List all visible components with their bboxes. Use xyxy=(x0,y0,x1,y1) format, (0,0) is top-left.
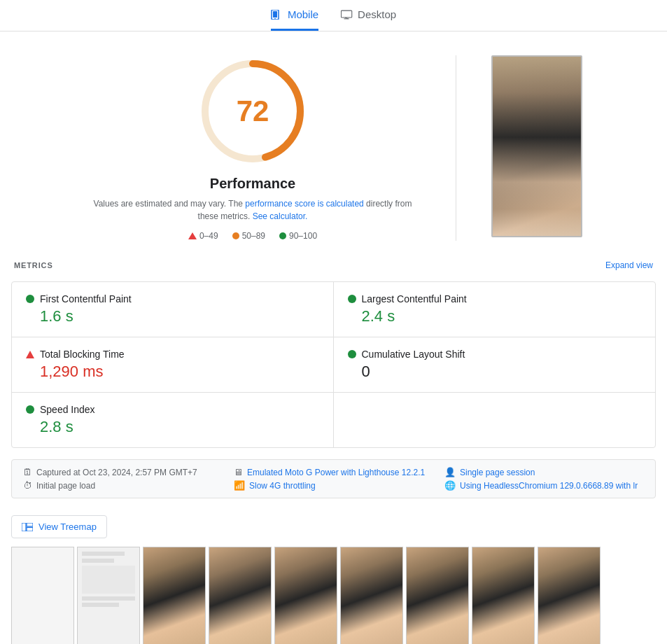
browser-link[interactable]: Using HeadlessChromium 129.0.6668.89 wit… xyxy=(460,481,638,491)
metric-empty xyxy=(334,393,656,447)
filmstrip-frame-1 xyxy=(77,547,140,644)
svg-rect-10 xyxy=(27,527,33,531)
tab-mobile-label: Mobile xyxy=(288,8,318,20)
legend-average-label: 50–89 xyxy=(242,231,265,241)
page-load-text: Initial page load xyxy=(36,481,95,491)
metrics-grid: First Contentful Paint 1.6 s Largest Con… xyxy=(11,281,656,448)
score-legend: 0–49 50–89 90–100 xyxy=(188,231,317,241)
score-circle: 72 xyxy=(197,55,309,167)
metric-tbt: Total Blocking Time 1,290 ms xyxy=(12,337,334,393)
expand-view-link[interactable]: Expand view xyxy=(605,260,653,270)
metric-fcp-header: First Contentful Paint xyxy=(26,293,319,304)
metric-si-header: Speed Index xyxy=(26,404,319,415)
device-link[interactable]: Emulated Moto G Power with Lighthouse 12… xyxy=(247,468,425,477)
metric-si: Speed Index 2.8 s xyxy=(12,393,334,447)
session-link[interactable]: Single page session xyxy=(460,468,535,477)
score-left: 72 Performance Values are estimated and … xyxy=(85,55,421,241)
mobile-icon xyxy=(271,10,283,20)
treemap-label: View Treemap xyxy=(38,522,97,532)
metric-cls: Cumulative Layout Shift 0 xyxy=(334,337,656,393)
legend-poor: 0–49 xyxy=(188,231,218,241)
calendar-icon: 🗓 xyxy=(23,467,32,477)
metric-lcp: Largest Contentful Paint 2.4 s xyxy=(334,282,656,337)
session-icon: 👤 xyxy=(444,467,456,477)
lcp-indicator xyxy=(348,295,356,303)
svg-rect-3 xyxy=(342,10,352,18)
info-browser: 🌐 Using HeadlessChromium 129.0.6668.89 w… xyxy=(444,480,644,491)
filmstrip-frame-0 xyxy=(11,547,74,644)
si-value: 2.8 s xyxy=(26,418,319,436)
score-description: Values are estimated and may vary. The p… xyxy=(85,197,421,223)
score-value: 72 xyxy=(237,94,269,128)
filmstrip-frame-7 xyxy=(472,547,535,644)
info-throttling: 📶 Slow 4G throttling xyxy=(234,480,433,491)
metric-tbt-header: Total Blocking Time xyxy=(26,349,319,360)
si-name: Speed Index xyxy=(40,404,95,415)
tab-desktop[interactable]: Desktop xyxy=(341,8,396,31)
legend-poor-label: 0–49 xyxy=(199,231,218,241)
view-treemap-button[interactable]: View Treemap xyxy=(11,515,107,538)
calculator-link[interactable]: See calculator. xyxy=(253,211,308,221)
legend-good: 90–100 xyxy=(279,231,317,241)
tabs-bar: Mobile Desktop xyxy=(0,0,667,31)
tbt-indicator xyxy=(26,351,34,358)
browser-icon: 🌐 xyxy=(444,480,456,491)
score-desc-text: Values are estimated and may vary. The xyxy=(94,199,243,209)
screenshot-preview xyxy=(491,55,582,237)
desktop-icon xyxy=(341,10,353,20)
filmstrip-frame-2 xyxy=(143,547,206,644)
info-session: 👤 Single page session xyxy=(444,467,644,477)
tbt-value: 1,290 ms xyxy=(26,363,319,381)
filmstrip-frame-4 xyxy=(274,547,337,644)
legend-poor-icon xyxy=(188,232,197,239)
metric-lcp-header: Largest Contentful Paint xyxy=(348,293,642,304)
legend-good-label: 90–100 xyxy=(289,231,317,241)
screenshot-image xyxy=(491,55,582,237)
info-device: 🖥 Emulated Moto G Power with Lighthouse … xyxy=(234,467,433,477)
legend-average: 50–89 xyxy=(232,231,265,241)
si-indicator xyxy=(26,405,34,414)
svg-rect-8 xyxy=(22,523,26,531)
lcp-value: 2.4 s xyxy=(348,307,642,326)
treemap-section: View Treemap xyxy=(0,510,667,547)
filmstrip-section xyxy=(0,547,667,644)
metrics-section: METRICS Expand view First Contentful Pai… xyxy=(0,255,667,448)
device-icon: 🖥 xyxy=(234,467,243,477)
metric-cls-header: Cumulative Layout Shift xyxy=(348,349,642,360)
filmstrip-frame-5 xyxy=(340,547,403,644)
cls-name: Cumulative Layout Shift xyxy=(362,349,465,360)
score-section: 72 Performance Values are estimated and … xyxy=(0,48,667,255)
performance-title: Performance xyxy=(210,176,295,192)
fcp-name: First Contentful Paint xyxy=(40,293,132,304)
treemap-icon xyxy=(22,523,33,531)
throttling-link[interactable]: Slow 4G throttling xyxy=(249,481,316,491)
metrics-label: METRICS xyxy=(14,261,53,270)
tbt-name: Total Blocking Time xyxy=(40,349,125,360)
cls-value: 0 xyxy=(348,363,642,381)
filmstrip-frame-3 xyxy=(209,547,272,644)
pageload-icon: ⏱ xyxy=(23,480,32,491)
info-bar: 🗓 Captured at Oct 23, 2024, 2:57 PM GMT+… xyxy=(11,459,656,498)
svg-point-2 xyxy=(274,18,276,19)
fcp-indicator xyxy=(26,295,34,303)
perf-score-link[interactable]: performance score is calculated xyxy=(245,199,363,209)
vertical-divider xyxy=(456,55,456,241)
wifi-icon: 📶 xyxy=(234,480,245,491)
metrics-header: METRICS Expand view xyxy=(11,255,656,276)
captured-text: Captured at Oct 23, 2024, 2:57 PM GMT+7 xyxy=(36,468,197,477)
filmstrip-frame-6 xyxy=(406,547,469,644)
legend-average-icon xyxy=(232,232,239,239)
svg-rect-9 xyxy=(27,523,33,526)
svg-rect-1 xyxy=(273,11,277,18)
tab-mobile[interactable]: Mobile xyxy=(271,8,318,31)
info-captured: 🗓 Captured at Oct 23, 2024, 2:57 PM GMT+… xyxy=(23,467,223,477)
legend-good-icon xyxy=(279,232,286,239)
lcp-name: Largest Contentful Paint xyxy=(362,293,467,304)
tab-desktop-label: Desktop xyxy=(358,8,396,20)
filmstrip-frame-8 xyxy=(538,547,601,644)
fcp-value: 1.6 s xyxy=(26,307,319,326)
info-page-load: ⏱ Initial page load xyxy=(23,480,223,491)
metric-fcp: First Contentful Paint 1.6 s xyxy=(12,282,334,337)
cls-indicator xyxy=(348,350,356,358)
